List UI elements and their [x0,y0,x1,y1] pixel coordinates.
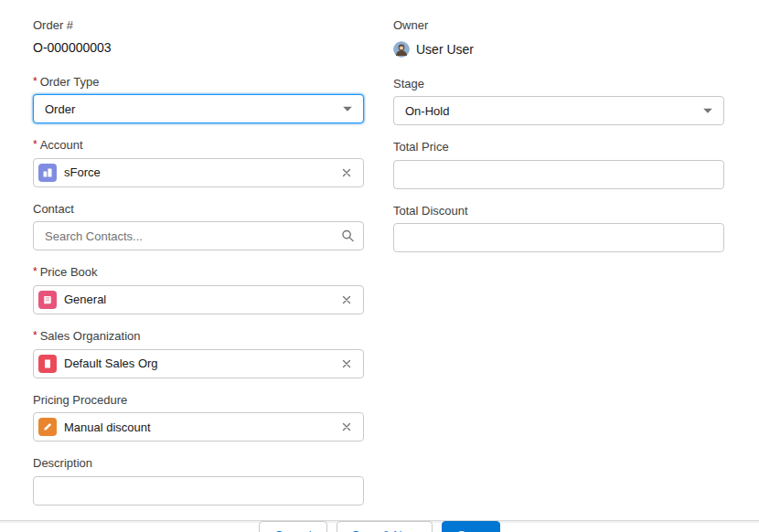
required-marker: * [33,265,37,280]
order-number-label: Order # [33,18,364,33]
sales-organization-lookup-pill[interactable]: Default Sales Org [33,349,364,378]
sales-organization-label: * Sales Organization [33,329,364,344]
field-sales-organization: * Sales Organization Default Sales Org [33,329,364,378]
pricing-procedure-lookup-pill[interactable]: Manual discount [33,412,364,442]
avatar [393,41,410,58]
chevron-down-icon [341,102,354,115]
order-number-label-text: Order # [33,18,73,33]
account-icon [38,164,57,182]
owner-name: User User [416,42,474,57]
description-label-text: Description [33,456,92,471]
sales-organization-selected-value: Default Sales Org [64,356,330,370]
sales-organization-clear-icon[interactable] [337,355,356,373]
save-button[interactable]: Save [442,521,500,532]
contact-search-wrap [33,221,364,250]
total-price-label-text: Total Price [393,140,449,154]
account-selected-value: sForce [64,165,330,179]
total-discount-input[interactable] [393,223,724,252]
account-label: * Account [33,138,364,153]
form-right-column: Owner User User Stage On-Hold [393,18,724,520]
price-book-lookup-pill[interactable]: General [33,285,364,314]
field-stage: Stage On-Hold [393,77,724,126]
pricing-procedure-clear-icon[interactable] [337,418,356,436]
price-book-label: * Price Book [33,265,364,280]
pricing-procedure-icon [38,418,57,436]
required-marker: * [33,329,37,344]
field-total-price: Total Price [393,140,724,189]
modal-footer: Cancel Save & New Save [0,520,759,532]
order-type-combobox[interactable]: Order [33,94,364,123]
field-account: * Account sForce [33,138,364,187]
stage-label: Stage [393,77,724,91]
stage-combobox[interactable]: On-Hold [393,96,724,125]
description-input[interactable] [33,476,364,505]
field-total-discount: Total Discount [393,204,724,253]
stage-selected-value: On-Hold [405,104,694,118]
form-area: Order # O-000000003 * Order Type Order [0,0,759,520]
order-edit-form: Order # O-000000003 * Order Type Order [0,0,759,532]
order-type-label-text: Order Type [40,75,100,90]
account-lookup-pill[interactable]: sForce [33,158,364,187]
description-label: Description [33,456,364,471]
price-book-selected-value: General [64,293,330,306]
chevron-down-icon [701,104,714,117]
required-marker: * [33,75,37,90]
account-label-text: Account [40,138,83,153]
order-type-label: * Order Type [33,75,364,90]
pricing-procedure-selected-value: Manual discount [64,420,330,434]
account-clear-icon[interactable] [337,164,356,182]
save-and-new-button[interactable]: Save & New [337,521,433,532]
pricing-procedure-label: Pricing Procedure [33,393,364,408]
contact-label: Contact [33,202,364,217]
field-pricing-procedure: Pricing Procedure Manual discount [33,393,364,442]
total-price-input[interactable] [393,160,724,189]
pricing-procedure-label-text: Pricing Procedure [33,393,127,408]
order-number-value: O-000000003 [33,38,364,60]
order-type-selected-value: Order [45,102,334,116]
owner-label-text: Owner [393,18,428,33]
field-description: Description [33,456,364,505]
cancel-button[interactable]: Cancel [259,521,326,532]
sales-organization-label-text: Sales Organization [40,329,141,344]
stage-label-text: Stage [393,77,424,91]
field-owner: Owner User User [393,18,724,62]
field-order-type: * Order Type Order [33,75,364,124]
contact-search-input[interactable] [33,221,364,250]
field-order-number: Order # O-000000003 [33,18,364,60]
price-book-label-text: Price Book [40,265,98,280]
field-price-book: * Price Book General [33,265,364,314]
field-contact: Contact [33,202,364,251]
total-discount-label: Total Discount [393,204,724,218]
sales-organization-icon [38,355,57,373]
price-book-clear-icon[interactable] [337,291,356,309]
total-price-label: Total Price [393,140,724,154]
form-left-column: Order # O-000000003 * Order Type Order [33,18,364,520]
owner-value-row: User User [393,38,724,62]
total-discount-label-text: Total Discount [393,204,468,218]
owner-label: Owner [393,18,724,33]
contact-label-text: Contact [33,202,74,217]
required-marker: * [33,138,37,153]
price-book-icon [38,291,57,309]
